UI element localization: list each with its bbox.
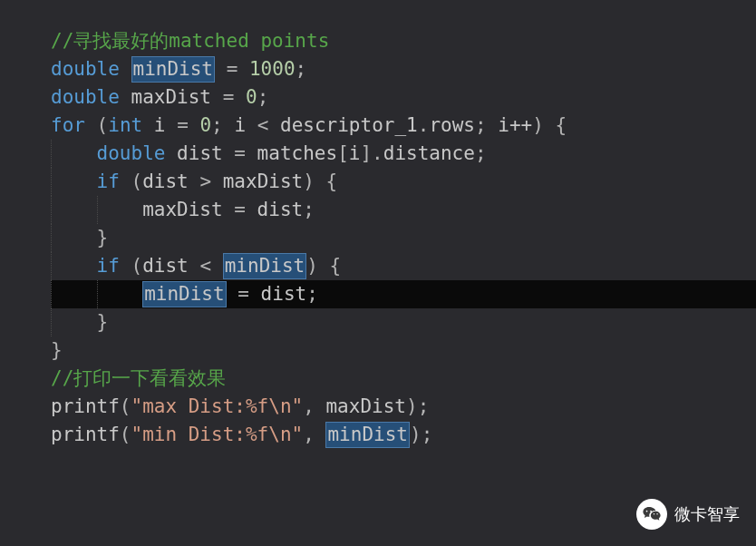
code-line[interactable]: //寻找最好的matched points (51, 27, 756, 55)
keyword: if (97, 255, 120, 277)
code-line[interactable]: if (dist > maxDist) { (51, 168, 756, 196)
watermark: 微卡智享 (636, 499, 740, 530)
code-line[interactable]: double minDist = 1000; (51, 55, 756, 83)
code-line[interactable]: printf("max Dist:%f\n", maxDist); (51, 393, 756, 421)
selected-identifier: minDist (325, 422, 410, 448)
code-editor[interactable]: //寻找最好的matched points double minDist = 1… (0, 0, 756, 449)
code-line[interactable]: double dist = matches[i].distance; (51, 140, 756, 168)
chat-bubbles-icon (643, 507, 661, 522)
comment-text: //打印一下看看效果 (51, 367, 226, 389)
selected-identifier: minDist (131, 56, 216, 83)
code-line[interactable]: if (dist < minDist) { (51, 252, 756, 280)
string-literal: "min Dist:%f\n" (131, 424, 304, 445)
selected-identifier: minDist (223, 253, 307, 279)
keyword: int (108, 114, 142, 136)
code-line-current[interactable]: minDist = dist; (51, 280, 756, 308)
keyword: double (51, 86, 120, 108)
code-line[interactable]: printf("min Dist:%f\n", minDist); (51, 421, 756, 449)
wechat-icon (636, 499, 667, 530)
watermark-text: 微卡智享 (674, 501, 740, 529)
number-literal: 0 (246, 86, 257, 108)
comment-text: //寻找最好的matched points (51, 30, 329, 52)
code-line[interactable]: //打印一下看看效果 (51, 365, 756, 393)
keyword: double (97, 142, 166, 164)
code-line[interactable]: for (int i = 0; i < descriptor_1.rows; i… (51, 112, 756, 140)
string-literal: "max Dist:%f\n" (131, 395, 304, 417)
code-line[interactable]: } (51, 224, 756, 252)
keyword: if (97, 171, 120, 192)
number-literal: 1000 (249, 58, 296, 80)
code-content[interactable]: //寻找最好的matched points double minDist = 1… (51, 27, 756, 449)
keyword: double (51, 58, 120, 80)
code-line[interactable]: } (51, 308, 756, 336)
keyword: for (51, 114, 85, 136)
code-line[interactable]: maxDist = dist; (51, 196, 756, 224)
code-line[interactable]: double maxDist = 0; (51, 83, 756, 112)
selected-identifier: minDist (142, 281, 227, 307)
code-line[interactable]: } (51, 336, 756, 365)
